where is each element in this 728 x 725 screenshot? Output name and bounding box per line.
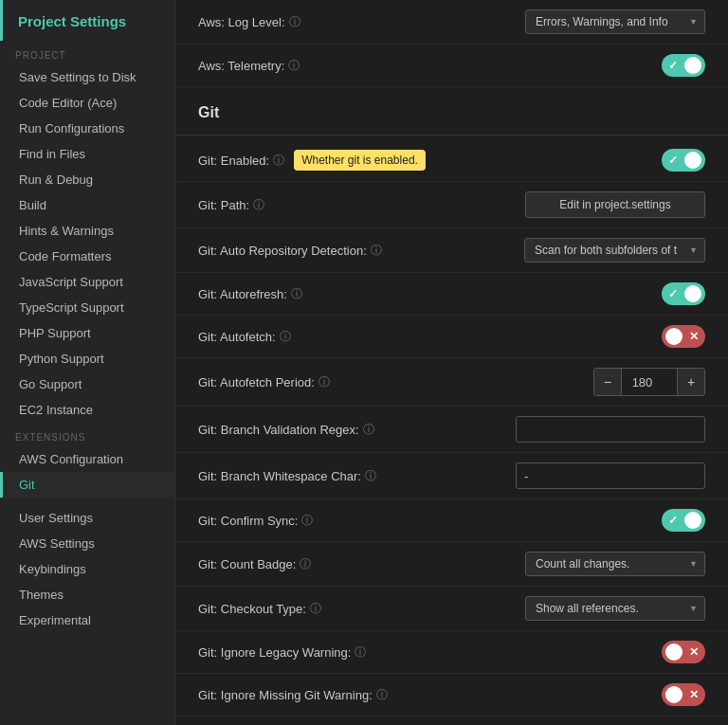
git-ignore-missing-row: Git: Ignore Missing Git Warning: ⓘ ✕ bbox=[175, 674, 728, 716]
git-confirm-sync-label: Git: Confirm Sync: ⓘ bbox=[198, 513, 516, 529]
git-branch-regex-control bbox=[516, 416, 705, 443]
git-auto-repo-help-icon[interactable]: ⓘ bbox=[371, 243, 382, 259]
aws-log-level-dropdown[interactable]: Errors, Warnings, and Info Errors only W… bbox=[525, 9, 705, 34]
git-autorefresh-toggle[interactable]: ✓ bbox=[662, 282, 705, 305]
git-path-control: Edit in project.settings bbox=[516, 191, 705, 218]
git-autofetch-label: Git: Autofetch: ⓘ bbox=[198, 329, 516, 345]
git-autofetch-x-icon: ✕ bbox=[689, 330, 699, 343]
sidebar-item-python-support[interactable]: Python Support bbox=[0, 346, 174, 372]
sidebar: Project Settings PROJECT Save Settings t… bbox=[0, 0, 175, 725]
sidebar-item-keybindings[interactable]: Keybindings bbox=[0, 556, 174, 582]
sidebar-item-run-debug[interactable]: Run & Debug bbox=[0, 167, 174, 192]
git-ignore-legacy-help-icon[interactable]: ⓘ bbox=[355, 644, 366, 661]
sidebar-item-aws-settings[interactable]: AWS Settings bbox=[0, 531, 174, 556]
sidebar-item-themes[interactable]: Themes bbox=[0, 582, 174, 607]
git-auto-repo-dropdown-wrap: Scan for both subfolders of t Only scan … bbox=[524, 238, 705, 263]
sidebar-item-hints[interactable]: Hints & Warnings bbox=[0, 218, 174, 244]
git-autofetch-period-row: Git: Autofetch Period: ⓘ − + bbox=[175, 358, 728, 407]
aws-telemetry-help-icon[interactable]: ⓘ bbox=[288, 58, 300, 74]
git-branch-regex-row: Git: Branch Validation Regex: ⓘ bbox=[175, 407, 728, 453]
sidebar-item-ts-support[interactable]: TypeScript Support bbox=[0, 295, 174, 320]
git-autofetch-toggle[interactable]: ✕ bbox=[662, 325, 705, 348]
sidebar-section-project: PROJECT bbox=[0, 41, 174, 64]
sidebar-item-build[interactable]: Build bbox=[0, 192, 174, 218]
git-auto-repo-label: Git: Auto Repository Detection: ⓘ bbox=[198, 243, 516, 259]
sidebar-item-php-support[interactable]: PHP Support bbox=[0, 320, 174, 346]
aws-telemetry-knob bbox=[684, 57, 701, 74]
git-confirm-sync-toggle[interactable]: ✓ bbox=[662, 509, 705, 532]
git-checkout-type-dropdown[interactable]: Show all references. Only branches Only … bbox=[525, 596, 705, 621]
git-checkout-type-help-icon[interactable]: ⓘ bbox=[310, 601, 321, 617]
git-enabled-help-icon[interactable]: ⓘ bbox=[273, 153, 284, 169]
git-autofetch-row: Git: Autofetch: ⓘ ✕ bbox=[175, 316, 728, 358]
aws-telemetry-toggle[interactable]: ✓ bbox=[662, 54, 705, 77]
git-branch-regex-help-icon[interactable]: ⓘ bbox=[363, 422, 374, 438]
sidebar-item-js-support[interactable]: JavaScript Support bbox=[0, 269, 174, 295]
aws-log-level-control: Errors, Warnings, and Info Errors only W… bbox=[516, 9, 705, 34]
git-branch-whitespace-label: Git: Branch Whitespace Char: ⓘ bbox=[198, 468, 516, 484]
sidebar-item-user-settings[interactable]: User Settings bbox=[0, 505, 174, 531]
aws-telemetry-label: Aws: Telemetry: ⓘ bbox=[198, 58, 516, 74]
aws-log-level-dropdown-wrap: Errors, Warnings, and Info Errors only W… bbox=[525, 9, 705, 34]
git-ignore-missing-x-icon: ✕ bbox=[689, 688, 699, 701]
git-autorefresh-knob bbox=[684, 285, 701, 302]
git-ignore-missing-toggle[interactable]: ✕ bbox=[662, 683, 705, 706]
git-autofetch-period-input[interactable] bbox=[621, 369, 678, 395]
git-path-edit-button[interactable]: Edit in project.settings bbox=[525, 191, 705, 218]
git-auto-repo-dropdown[interactable]: Scan for both subfolders of t Only scan … bbox=[524, 238, 705, 263]
main-content: Aws: Log Level: ⓘ Errors, Warnings, and … bbox=[175, 0, 728, 725]
git-branch-whitespace-input[interactable] bbox=[516, 462, 705, 489]
git-enabled-toggle[interactable]: ✓ bbox=[662, 149, 705, 172]
aws-log-level-label: Aws: Log Level: ⓘ bbox=[198, 14, 516, 30]
sidebar-item-find-files[interactable]: Find in Files bbox=[0, 141, 174, 167]
sidebar-item-experimental[interactable]: Experimental bbox=[0, 607, 174, 633]
git-count-badge-help-icon[interactable]: ⓘ bbox=[300, 556, 311, 572]
aws-log-level-help-icon[interactable]: ⓘ bbox=[289, 14, 300, 30]
sidebar-item-ec2[interactable]: EC2 Instance bbox=[0, 397, 174, 423]
aws-telemetry-row: Aws: Telemetry: ⓘ ✓ bbox=[175, 45, 728, 87]
sidebar-item-git[interactable]: Git bbox=[0, 472, 174, 498]
git-checkout-type-dropdown-wrap: Show all references. Only branches Only … bbox=[525, 596, 705, 621]
git-confirm-sync-knob bbox=[684, 512, 701, 529]
git-enabled-knob bbox=[684, 152, 701, 169]
git-ignore-legacy-toggle[interactable]: ✕ bbox=[662, 641, 705, 663]
git-branch-regex-input[interactable] bbox=[516, 416, 705, 443]
git-autofetch-help-icon[interactable]: ⓘ bbox=[280, 329, 291, 345]
git-path-help-icon[interactable]: ⓘ bbox=[253, 197, 264, 213]
sidebar-item-save[interactable]: Save Settings to Disk bbox=[0, 64, 174, 90]
git-enabled-label: Git: Enabled: ⓘ Whether git is enabled. bbox=[198, 150, 516, 171]
git-ignore-missing-label: Git: Ignore Missing Git Warning: ⓘ bbox=[198, 687, 516, 703]
git-confirm-sync-help-icon[interactable]: ⓘ bbox=[301, 513, 313, 529]
git-autofetch-period-plus-button[interactable]: + bbox=[678, 369, 704, 395]
sidebar-item-aws-config[interactable]: AWS Configuration bbox=[0, 446, 174, 472]
git-path-label: Git: Path: ⓘ bbox=[198, 197, 516, 213]
git-branch-whitespace-row: Git: Branch Whitespace Char: ⓘ bbox=[175, 453, 728, 499]
git-count-badge-dropdown[interactable]: Count all changes. Count staged only Cou… bbox=[525, 552, 705, 576]
git-autofetch-period-label: Git: Autofetch Period: ⓘ bbox=[198, 374, 516, 390]
git-autorefresh-help-icon[interactable]: ⓘ bbox=[291, 286, 302, 302]
git-checkout-type-label: Git: Checkout Type: ⓘ bbox=[198, 601, 516, 617]
git-ignore-missing-knob bbox=[665, 686, 682, 703]
git-count-badge-control: Count all changes. Count staged only Cou… bbox=[516, 552, 705, 576]
git-confirm-sync-control: ✓ bbox=[516, 509, 705, 532]
sidebar-item-code-editor[interactable]: Code Editor (Ace) bbox=[0, 90, 174, 116]
git-enabled-row: Git: Enabled: ⓘ Whether git is enabled. … bbox=[175, 139, 728, 182]
sidebar-item-run-configs[interactable]: Run Configurations bbox=[0, 116, 174, 141]
git-ignore-legacy-knob bbox=[665, 643, 682, 661]
git-path-row: Git: Path: ⓘ Edit in project.settings bbox=[175, 182, 728, 228]
git-autofetch-control: ✕ bbox=[516, 325, 705, 348]
sidebar-item-code-formatters[interactable]: Code Formatters bbox=[0, 244, 174, 269]
git-section-heading: Git bbox=[175, 87, 728, 131]
git-autofetch-period-help-icon[interactable]: ⓘ bbox=[318, 374, 330, 390]
sidebar-item-go-support[interactable]: Go Support bbox=[0, 372, 174, 397]
git-count-badge-dropdown-wrap: Count all changes. Count staged only Cou… bbox=[525, 552, 705, 576]
git-ignore-missing-help-icon[interactable]: ⓘ bbox=[376, 687, 388, 703]
git-branch-whitespace-help-icon[interactable]: ⓘ bbox=[365, 468, 376, 484]
git-enabled-tooltip: Whether git is enabled. bbox=[294, 150, 426, 171]
git-divider bbox=[175, 135, 728, 136]
git-autofetch-period-number-wrap: − + bbox=[593, 368, 705, 396]
git-checkout-type-row: Git: Checkout Type: ⓘ Show all reference… bbox=[175, 587, 728, 631]
git-autofetch-period-minus-button[interactable]: − bbox=[594, 369, 621, 395]
git-ignore-legacy-label: Git: Ignore Legacy Warning: ⓘ bbox=[198, 644, 516, 661]
git-enabled-check-icon: ✓ bbox=[668, 154, 678, 167]
